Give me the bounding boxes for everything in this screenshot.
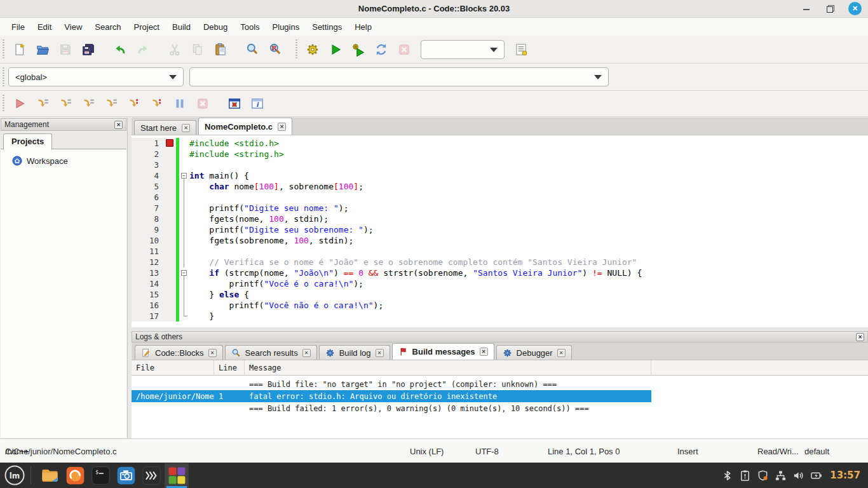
- table-row[interactable]: /home/junior/Nome...1fatal error: stdio.…: [132, 390, 651, 402]
- close-icon[interactable]: ✕: [848, 2, 862, 15]
- battery-icon[interactable]: [810, 470, 822, 482]
- code-line[interactable]: 8 fgets(nome, 100, stdin);: [132, 214, 868, 224]
- media-player-button[interactable]: [139, 463, 163, 488]
- bluetooth-icon[interactable]: [721, 470, 733, 482]
- firefox-button[interactable]: [63, 463, 87, 488]
- find-button[interactable]: [241, 39, 263, 60]
- debug-stop-button[interactable]: [192, 93, 214, 114]
- column-header-file[interactable]: File: [132, 360, 214, 375]
- fold-margin[interactable]: [179, 159, 189, 170]
- network-icon[interactable]: [775, 470, 787, 482]
- breakpoint-margin[interactable]: [165, 170, 176, 181]
- close-tab-icon[interactable]: ✕: [182, 124, 190, 132]
- close-tab-icon[interactable]: ✕: [376, 349, 384, 357]
- run-to-cursor-button[interactable]: [32, 93, 53, 114]
- code-line[interactable]: 3: [132, 159, 868, 170]
- fold-margin[interactable]: [179, 214, 189, 224]
- breakpoint-margin[interactable]: [165, 289, 176, 300]
- mint-menu-button[interactable]: lm: [3, 464, 26, 487]
- fold-margin[interactable]: [179, 311, 189, 322]
- terminal-button[interactable]: $: [88, 463, 112, 488]
- file-manager-button[interactable]: [37, 463, 62, 488]
- breakpoint-margin[interactable]: [165, 138, 176, 149]
- code-line[interactable]: 11: [132, 246, 868, 257]
- tab-nomecompleto-c[interactable]: NomeCompleto.c✕: [198, 118, 292, 135]
- minimize-icon[interactable]: [800, 3, 813, 15]
- code-line[interactable]: 5 char nome[100], sobrenome[100];: [132, 181, 868, 192]
- replace-button[interactable]: R: [264, 39, 286, 60]
- maximize-icon[interactable]: [824, 3, 837, 15]
- breakpoint-margin[interactable]: [165, 300, 176, 311]
- menu-plugins[interactable]: Plugins: [266, 19, 306, 35]
- menu-view[interactable]: View: [58, 19, 88, 35]
- build-target-combo[interactable]: [421, 40, 505, 59]
- rebuild-button[interactable]: [370, 39, 392, 60]
- debug-pause-button[interactable]: [169, 93, 191, 114]
- save-all-button[interactable]: [78, 39, 99, 60]
- fold-margin[interactable]: [179, 149, 189, 159]
- code-line[interactable]: 14 printf("Você é o cara!\n");: [132, 278, 868, 289]
- build-button[interactable]: [302, 39, 323, 60]
- code-line[interactable]: 6: [132, 192, 868, 203]
- close-tab-icon[interactable]: ✕: [208, 349, 217, 357]
- fold-margin[interactable]: [179, 138, 189, 149]
- taskbar-clock[interactable]: 13:57: [830, 470, 860, 481]
- save-button[interactable]: [55, 39, 76, 60]
- tab-start-here[interactable]: Start here✕: [134, 120, 196, 135]
- screenshot-tool-button[interactable]: [114, 463, 138, 488]
- logs-tab-code-blocks[interactable]: Code::Blocks✕: [135, 345, 223, 360]
- menu-tools[interactable]: Tools: [234, 19, 266, 35]
- table-row[interactable]: === Build failed: 1 error(s), 0 warning(…: [132, 402, 651, 414]
- breakpoint-marker[interactable]: [166, 139, 173, 147]
- close-panel-icon[interactable]: ✕: [114, 121, 123, 129]
- close-tab-icon[interactable]: ✕: [480, 348, 488, 356]
- code-line[interactable]: 10 fgets(sobrenome, 100, stdin);: [132, 235, 868, 246]
- code-line[interactable]: 13− if (strcmp(nome, "João\n") == 0 && s…: [132, 268, 868, 278]
- breakpoint-margin[interactable]: [165, 149, 176, 159]
- logs-tab-build-messages[interactable]: Build messages✕: [392, 343, 494, 360]
- abort-build-button[interactable]: [393, 39, 415, 60]
- various-info-button[interactable]: i: [247, 93, 268, 114]
- menu-file[interactable]: File: [5, 19, 31, 35]
- fold-margin[interactable]: [179, 300, 189, 311]
- cut-button[interactable]: [164, 39, 186, 60]
- menu-edit[interactable]: Edit: [31, 19, 58, 35]
- security-shield-icon[interactable]: [757, 470, 769, 482]
- menu-search[interactable]: Search: [88, 19, 127, 35]
- redo-button[interactable]: [132, 39, 154, 60]
- volume-icon[interactable]: [792, 470, 804, 482]
- fold-margin[interactable]: [179, 203, 189, 214]
- open-file-button[interactable]: [32, 39, 53, 60]
- close-logs-icon[interactable]: ✕: [856, 333, 864, 341]
- fold-margin[interactable]: [179, 289, 189, 300]
- toolbar-gripper[interactable]: [3, 95, 4, 112]
- code-line[interactable]: 15 } else {: [132, 289, 868, 300]
- breakpoint-margin[interactable]: [165, 268, 176, 278]
- undo-button[interactable]: [109, 39, 131, 60]
- breakpoint-margin[interactable]: [165, 192, 176, 203]
- step-into-button[interactable]: [78, 93, 99, 114]
- codeblocks-button[interactable]: [165, 463, 189, 488]
- fold-margin[interactable]: [179, 257, 189, 268]
- breakpoint-margin[interactable]: [165, 257, 176, 268]
- fold-toggle-icon[interactable]: −: [181, 173, 187, 179]
- workspace-item[interactable]: Workspace: [1, 149, 126, 166]
- tab-projects[interactable]: Projects: [3, 133, 52, 149]
- clipboard-icon[interactable]: !: [739, 470, 751, 482]
- breakpoint-margin[interactable]: [165, 203, 176, 214]
- fold-margin[interactable]: [179, 181, 189, 192]
- breakpoint-margin[interactable]: [165, 224, 176, 235]
- build-and-run-button[interactable]: [348, 39, 369, 60]
- menu-build[interactable]: Build: [166, 19, 197, 35]
- debugging-windows-button[interactable]: [224, 93, 245, 114]
- code-line[interactable]: 4−int main() {: [132, 170, 868, 181]
- toolbar-gripper[interactable]: [295, 39, 297, 59]
- logs-tab-search-results[interactable]: Search results✕: [225, 345, 317, 360]
- fold-margin[interactable]: [179, 278, 189, 289]
- fold-margin[interactable]: −: [179, 268, 189, 278]
- breakpoint-margin[interactable]: [165, 278, 176, 289]
- menu-settings[interactable]: Settings: [306, 19, 348, 35]
- toolbar-gripper[interactable]: [3, 39, 4, 59]
- column-header-message[interactable]: Message: [245, 360, 651, 375]
- toolbar-gripper[interactable]: [3, 67, 4, 86]
